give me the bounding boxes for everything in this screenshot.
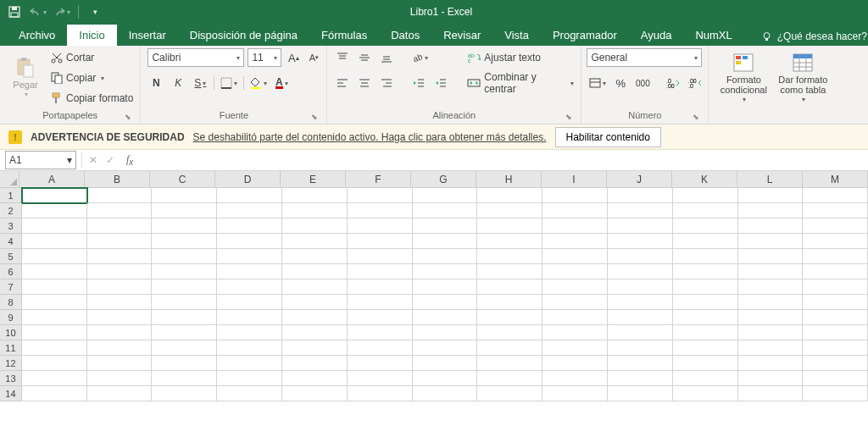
cell[interactable] bbox=[282, 325, 348, 340]
row-header[interactable]: 8 bbox=[0, 295, 22, 310]
cell[interactable] bbox=[348, 203, 413, 218]
column-header[interactable]: G bbox=[411, 171, 476, 188]
cell[interactable] bbox=[673, 295, 738, 310]
cell[interactable] bbox=[348, 371, 413, 386]
cell[interactable] bbox=[87, 325, 153, 340]
cell[interactable] bbox=[413, 295, 478, 310]
comma-style-button[interactable]: 000 bbox=[634, 75, 651, 91]
cell[interactable] bbox=[673, 356, 738, 371]
cell[interactable] bbox=[542, 295, 608, 310]
fill-color-button[interactable]: ▾ bbox=[249, 75, 268, 91]
cell[interactable] bbox=[673, 218, 738, 234]
cell[interactable] bbox=[152, 356, 217, 371]
cell[interactable] bbox=[608, 218, 673, 234]
clipboard-launcher-icon[interactable]: ⬊ bbox=[123, 113, 133, 123]
cell[interactable] bbox=[673, 386, 738, 401]
cell[interactable] bbox=[348, 279, 413, 295]
column-header[interactable]: K bbox=[672, 171, 737, 188]
cell[interactable] bbox=[217, 188, 282, 203]
column-header[interactable]: B bbox=[85, 171, 150, 188]
cell[interactable] bbox=[217, 218, 282, 234]
cell[interactable] bbox=[217, 386, 282, 401]
enter-formula-icon[interactable]: ✓ bbox=[106, 154, 114, 166]
cell[interactable] bbox=[673, 188, 738, 203]
cell[interactable] bbox=[608, 279, 673, 295]
cell[interactable] bbox=[738, 325, 804, 340]
cell[interactable] bbox=[282, 234, 348, 249]
cell[interactable] bbox=[413, 340, 478, 356]
cell[interactable] bbox=[282, 203, 348, 218]
align-left-icon[interactable] bbox=[334, 75, 351, 91]
format-as-table-button[interactable]: Dar formato como tabla▾ bbox=[773, 48, 832, 108]
cell[interactable] bbox=[87, 218, 153, 234]
cell[interactable] bbox=[803, 295, 868, 310]
cell[interactable] bbox=[152, 386, 217, 401]
cell[interactable] bbox=[608, 188, 673, 203]
column-header[interactable]: I bbox=[542, 171, 607, 188]
cell[interactable] bbox=[413, 279, 478, 295]
cell[interactable] bbox=[608, 356, 673, 371]
cell[interactable] bbox=[477, 386, 542, 401]
cell[interactable] bbox=[673, 279, 738, 295]
cell[interactable] bbox=[22, 264, 87, 279]
cell[interactable] bbox=[87, 264, 153, 279]
cell[interactable] bbox=[477, 188, 542, 203]
column-header[interactable]: H bbox=[476, 171, 542, 188]
cell[interactable] bbox=[152, 264, 217, 279]
borders-button[interactable]: ▾ bbox=[220, 75, 238, 91]
cell[interactable] bbox=[87, 356, 153, 371]
column-header[interactable]: J bbox=[607, 171, 672, 188]
cell[interactable] bbox=[738, 340, 804, 356]
cell[interactable] bbox=[217, 249, 282, 264]
increase-font-icon[interactable]: A▴ bbox=[285, 49, 302, 66]
orientation-button[interactable]: ab▾ bbox=[410, 49, 429, 66]
cell[interactable] bbox=[608, 325, 673, 340]
cell[interactable] bbox=[738, 249, 804, 264]
tab-vista[interactable]: Vista bbox=[492, 25, 541, 46]
cut-button[interactable]: Cortar bbox=[49, 48, 135, 67]
cell[interactable] bbox=[152, 218, 217, 234]
cancel-formula-icon[interactable]: ✕ bbox=[89, 154, 97, 166]
cell[interactable] bbox=[217, 371, 282, 386]
column-header[interactable]: A bbox=[19, 171, 85, 188]
row-header[interactable]: 7 bbox=[0, 279, 22, 295]
cell[interactable] bbox=[673, 371, 738, 386]
cell[interactable] bbox=[152, 340, 217, 356]
cell[interactable] bbox=[87, 295, 153, 310]
cell[interactable] bbox=[152, 310, 217, 325]
cell[interactable] bbox=[217, 279, 282, 295]
cell[interactable] bbox=[217, 264, 282, 279]
cell[interactable] bbox=[282, 310, 348, 325]
qat-customize-icon[interactable]: ▾ bbox=[86, 3, 104, 21]
cell[interactable] bbox=[673, 340, 738, 356]
cell[interactable] bbox=[282, 356, 348, 371]
cell[interactable] bbox=[348, 249, 413, 264]
row-header[interactable]: 1 bbox=[0, 188, 22, 203]
row-header[interactable]: 6 bbox=[0, 264, 22, 279]
cell[interactable] bbox=[542, 356, 608, 371]
cell[interactable] bbox=[22, 340, 87, 356]
cell[interactable] bbox=[803, 279, 868, 295]
cell[interactable] bbox=[217, 203, 282, 218]
cell[interactable] bbox=[413, 325, 478, 340]
align-right-icon[interactable] bbox=[378, 75, 395, 91]
cell[interactable] bbox=[608, 386, 673, 401]
alignment-launcher-icon[interactable]: ⬊ bbox=[564, 113, 574, 123]
cell[interactable] bbox=[87, 279, 153, 295]
cell[interactable] bbox=[542, 310, 608, 325]
align-top-icon[interactable] bbox=[334, 49, 351, 66]
cell[interactable] bbox=[282, 340, 348, 356]
cell[interactable] bbox=[673, 234, 738, 249]
cell[interactable] bbox=[348, 340, 413, 356]
cell[interactable] bbox=[803, 356, 868, 371]
cell[interactable] bbox=[348, 264, 413, 279]
cell[interactable] bbox=[413, 356, 478, 371]
font-size-combo[interactable]: 11▾ bbox=[248, 48, 281, 67]
row-header[interactable]: 10 bbox=[0, 325, 22, 340]
column-header[interactable]: L bbox=[737, 171, 803, 188]
cell[interactable] bbox=[477, 325, 542, 340]
cell[interactable] bbox=[22, 295, 87, 310]
cell[interactable] bbox=[22, 356, 87, 371]
tab-revisar[interactable]: Revisar bbox=[431, 25, 492, 46]
align-middle-icon[interactable] bbox=[356, 49, 373, 66]
